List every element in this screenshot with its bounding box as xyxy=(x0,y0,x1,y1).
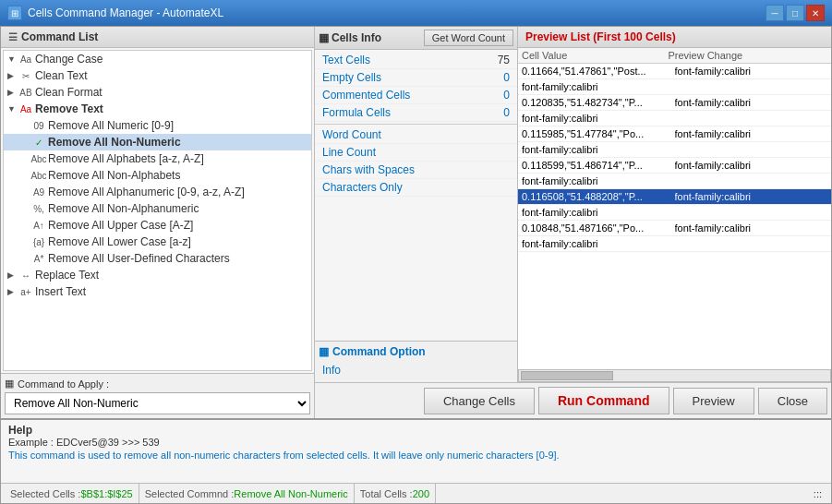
maximize-button[interactable]: □ xyxy=(786,5,804,21)
info-row-label[interactable]: Formula Cells xyxy=(322,106,491,119)
preview-scrollbar-h[interactable] xyxy=(518,369,831,382)
tree-item-icon: 09 xyxy=(31,121,46,131)
preview-cell-change: font-family:calibri xyxy=(675,128,828,139)
preview-row[interactable]: 0.120835,"51.482734","P...font-family:ca… xyxy=(518,95,831,111)
right-section: ▦ Cells Info Get Word Count Text Cells75… xyxy=(315,27,831,418)
tree-item[interactable]: {a}Remove All Lower Case [a-z] xyxy=(4,234,311,250)
preview-row[interactable]: font-family:calibri xyxy=(518,174,831,189)
tree-item[interactable]: A*Remove All User-Defined Characters xyxy=(4,250,311,267)
info-row-value: 0 xyxy=(491,71,510,84)
preview-row[interactable]: 0.116508,"51.488208","P...font-family:ca… xyxy=(518,189,831,205)
preview-row[interactable]: 0.11664,"51.47861","Post...font-family:c… xyxy=(518,64,831,79)
preview-scrollbar-thumb[interactable] xyxy=(521,371,613,380)
tree-item[interactable]: ▶↔Replace Text xyxy=(4,267,311,283)
tree-item[interactable]: ▶ABClean Format xyxy=(4,84,311,101)
preview-cell-value: font-family:calibri xyxy=(522,207,675,218)
preview-cell-value: font-family:calibri xyxy=(522,81,675,92)
info-row-label[interactable]: Word Count xyxy=(322,128,491,141)
cells-info-table: Text Cells75Empty Cells0Commented Cells0… xyxy=(315,50,517,341)
window-controls: ─ □ ✕ xyxy=(766,5,825,21)
tree-item[interactable]: 09Remove All Numeric [0-9] xyxy=(4,117,311,134)
tree-item[interactable]: AbcRemove All Alphabets [a-z, A-Z] xyxy=(4,150,311,167)
info-row-label[interactable]: Commented Cells xyxy=(322,89,491,102)
preview-cell-change xyxy=(675,144,828,155)
cells-info-tab: ▦ Cells Info xyxy=(319,31,381,44)
help-example: Example : EDCver5@39 >>> 539 xyxy=(8,437,824,448)
preview-row[interactable]: 0.118599,"51.486714","P...font-family:ca… xyxy=(518,158,831,174)
tree-item[interactable]: ▼AaRemove Text xyxy=(4,101,311,117)
tree-item-label: Remove All Upper Case [A-Z] xyxy=(48,219,193,232)
tree-item-icon: Abc xyxy=(31,154,46,164)
tree-item[interactable]: ✓Remove All Non-Numeric xyxy=(4,134,311,150)
preview-panel: Preview List (First 100 Cells) Cell Valu… xyxy=(518,27,831,382)
run-command-button[interactable]: Run Command xyxy=(538,387,669,414)
preview-row[interactable]: font-family:calibri xyxy=(518,142,831,158)
tree-item[interactable]: ▶a+Insert Text xyxy=(4,283,311,300)
close-window-button[interactable]: ✕ xyxy=(806,5,825,21)
preview-header: Preview List (First 100 Cells) xyxy=(518,27,831,48)
tree-item-label: Remove All Non-Numeric xyxy=(48,136,181,149)
selected-cells-segment: Selected Cells : $B$1:$I$25 xyxy=(5,484,139,503)
help-section: Help Example : EDCver5@39 >>> 539 This c… xyxy=(1,418,831,483)
tree-item[interactable]: ▼AaChange Case xyxy=(4,51,311,67)
command-option-header: ▦ Command Option xyxy=(319,345,513,358)
info-row-label[interactable]: Line Count xyxy=(322,146,491,159)
preview-row[interactable]: font-family:calibri xyxy=(518,79,831,95)
command-apply-label: ▦ Command to Apply : xyxy=(5,378,310,390)
tree-item-label: Remove All User-Defined Characters xyxy=(48,252,230,265)
preview-cell-change xyxy=(675,81,828,92)
info-row: Line Count xyxy=(315,144,517,162)
tree-item-icon: Abc xyxy=(31,171,46,181)
tree-item-icon: Aa xyxy=(18,54,33,65)
tree-item-icon: ✂ xyxy=(18,71,33,81)
total-cells-segment: Total Cells : 200 xyxy=(355,484,436,503)
tree-item[interactable]: %,Remove All Non-Alphanumeric xyxy=(4,200,311,217)
preview-cell-change: font-family:calibri xyxy=(675,160,828,171)
close-button[interactable]: Close xyxy=(758,388,827,414)
tree-item[interactable]: A9Remove All Alphanumeric [0-9, a-z, A-Z… xyxy=(4,184,311,200)
info-row-label[interactable]: Empty Cells xyxy=(322,71,491,84)
expand-icon: ▶ xyxy=(7,270,17,280)
info-row: Empty Cells0 xyxy=(315,69,517,87)
change-cells-button[interactable]: Change Cells xyxy=(424,388,535,414)
command-select[interactable]: Remove All Non-Numeric Remove All Numeri… xyxy=(5,392,310,414)
preview-rows[interactable]: 0.11664,"51.47861","Post...font-family:c… xyxy=(518,64,831,369)
command-list-title: Command List xyxy=(21,30,98,43)
info-row-label[interactable]: Characters Only xyxy=(322,181,491,194)
preview-row[interactable]: font-family:calibri xyxy=(518,205,831,221)
preview-cell-change xyxy=(675,175,828,186)
preview-row[interactable]: font-family:calibri xyxy=(518,111,831,126)
cells-info-header: ▦ Cells Info Get Word Count xyxy=(315,27,517,50)
tree-item-icon: a+ xyxy=(18,287,33,297)
tree-item[interactable]: A↑Remove All Upper Case [A-Z] xyxy=(4,217,311,234)
preview-cell-value: font-family:calibri xyxy=(522,238,675,249)
tree-item[interactable]: AbcRemove All Non-Alphabets xyxy=(4,167,311,184)
get-word-count-button[interactable]: Get Word Count xyxy=(424,30,513,46)
command-tree[interactable]: ▼AaChange Case▶✂Clean Text▶ABClean Forma… xyxy=(3,50,312,371)
preview-columns: Cell Value Preview Change xyxy=(518,48,831,64)
preview-button[interactable]: Preview xyxy=(673,388,754,414)
grid-icon-2: ▦ xyxy=(319,31,329,44)
tree-item[interactable]: ▶✂Clean Text xyxy=(4,67,311,84)
list-icon: ☰ xyxy=(8,31,18,43)
minimize-button[interactable]: ─ xyxy=(766,5,784,21)
info-row-value: 0 xyxy=(491,89,510,102)
col-preview-change: Preview Change xyxy=(669,50,815,61)
preview-cell-value: 0.115985,"51.47784","Po... xyxy=(522,128,675,139)
selected-command-value: Remove All Non-Numeric xyxy=(234,488,347,499)
tree-item-icon: {a} xyxy=(31,237,46,247)
preview-row[interactable]: font-family:calibri xyxy=(518,236,831,252)
info-row-value: 0 xyxy=(491,106,510,119)
section-divider xyxy=(315,124,517,125)
preview-row[interactable]: 0.115985,"51.47784","Po...font-family:ca… xyxy=(518,126,831,142)
preview-row[interactable]: 0.10848,"51.487166","Po...font-family:ca… xyxy=(518,221,831,236)
tree-item-icon: A9 xyxy=(31,187,46,198)
preview-cell-change: font-family:calibri xyxy=(675,222,828,234)
tree-item-icon: A* xyxy=(31,254,46,264)
preview-cell-value: 0.11664,"51.47861","Post... xyxy=(522,66,675,77)
info-row-label[interactable]: Text Cells xyxy=(322,54,491,66)
right-top: ▦ Cells Info Get Word Count Text Cells75… xyxy=(315,27,831,382)
tree-item-label: Remove All Non-Alphanumeric xyxy=(48,202,199,215)
info-row-label[interactable]: Chars with Spaces xyxy=(322,163,491,176)
tree-item-icon: ↔ xyxy=(18,270,33,281)
